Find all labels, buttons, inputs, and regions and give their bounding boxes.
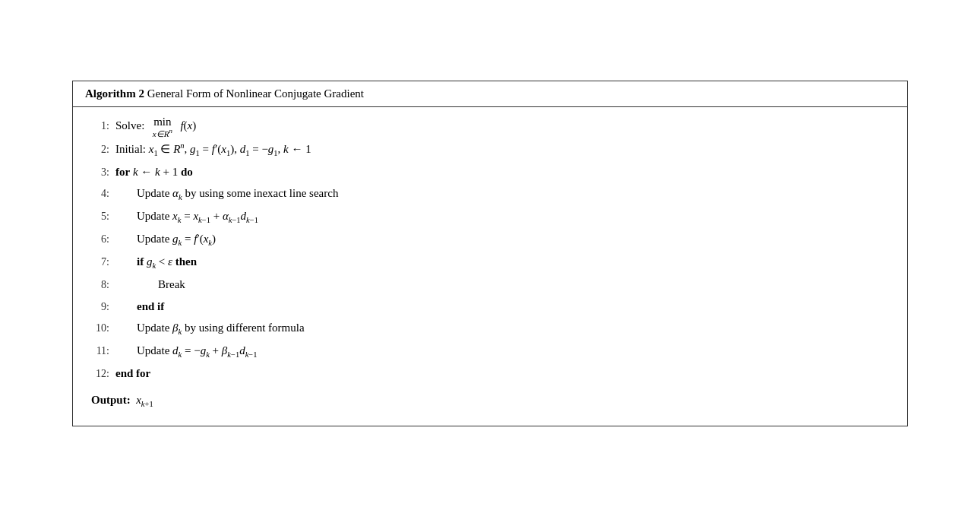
- algorithm-body: 1: Solve: min x∈Rn f(x) 2: Initial: x1 ∈…: [73, 107, 907, 426]
- min-operator: min: [153, 116, 171, 128]
- line-4: 4: Update αk by using some inexact line …: [88, 182, 892, 205]
- line-num-11: 11:: [88, 341, 109, 362]
- line-7: 7: if gk < ε then: [88, 251, 892, 274]
- algorithm-header: Algorithm 2 General Form of Nonlinear Co…: [73, 81, 907, 107]
- line-num-10: 10:: [88, 318, 109, 339]
- line-5: 5: Update xk = xk−1 + αk−1dk−1: [88, 205, 892, 228]
- line-1: 1: Solve: min x∈Rn f(x): [88, 115, 892, 138]
- line-num-3: 3:: [88, 163, 109, 183]
- line-content-3: for k ← k + 1 do: [115, 161, 892, 183]
- line-12: 12: end for: [88, 363, 892, 385]
- line-content-7: if gk < ε then: [115, 251, 892, 274]
- algorithm-title: General Form of Nonlinear Conjugate Grad…: [147, 87, 364, 100]
- line-3: 3: for k ← k + 1 do: [88, 161, 892, 183]
- line-content-2: Initial: x1 ∈ Rn, g1 = f′(x1), d1 = −g1,…: [115, 138, 892, 161]
- line-num-4: 4:: [88, 184, 109, 204]
- line-10: 10: Update βk by using different formula: [88, 317, 892, 340]
- line-content-11: Update dk = −gk + βk−1dk−1: [115, 340, 892, 363]
- line-content-1: Solve: min x∈Rn f(x): [115, 115, 892, 138]
- line-content-6: Update gk = f′(xk): [115, 228, 892, 251]
- line-content-5: Update xk = xk−1 + αk−1dk−1: [115, 205, 892, 228]
- line-content-9: end if: [115, 296, 892, 318]
- line-num-9: 9:: [88, 297, 109, 318]
- line-8: 8: Break: [88, 274, 892, 296]
- line-content-12: end for: [115, 363, 892, 385]
- line-content-10: Update βk by using different formula: [115, 317, 892, 340]
- algorithm-box: Algorithm 2 General Form of Nonlinear Co…: [72, 81, 908, 426]
- min-subscript: x∈Rn: [153, 128, 172, 138]
- line-num-7: 7:: [88, 252, 109, 273]
- algorithm-label: Algorithm 2: [85, 87, 144, 100]
- line-num-1: 1:: [88, 116, 109, 137]
- output-label: Output:: [91, 394, 131, 406]
- output-subscript: k+1: [141, 400, 153, 408]
- line-num-5: 5:: [88, 207, 109, 227]
- line-num-2: 2:: [88, 140, 109, 160]
- line-2: 2: Initial: x1 ∈ Rn, g1 = f′(x1), d1 = −…: [88, 138, 892, 161]
- output-line: Output: xk+1: [88, 385, 892, 415]
- line-6: 6: Update gk = f′(xk): [88, 228, 892, 251]
- line-9: 9: end if: [88, 296, 892, 318]
- line-11: 11: Update dk = −gk + βk−1dk−1: [88, 340, 892, 363]
- output-value: x: [136, 394, 141, 406]
- line-content-4: Update αk by using some inexact line sea…: [115, 182, 892, 205]
- line-num-8: 8:: [88, 275, 109, 296]
- line-num-12: 12:: [88, 364, 109, 385]
- line-content-8: Break: [115, 274, 892, 296]
- line-num-6: 6:: [88, 230, 109, 250]
